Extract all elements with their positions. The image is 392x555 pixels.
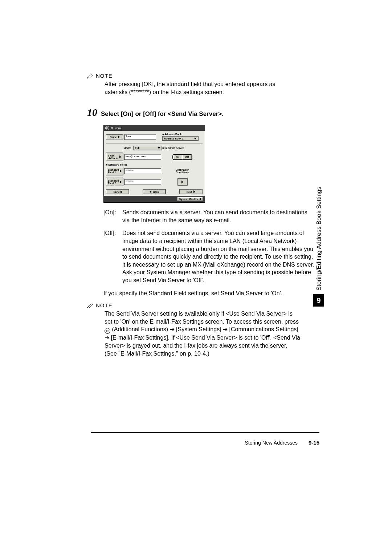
arrow-icon: ➔ <box>105 335 111 341</box>
address-book-label: ■ Address Book <box>162 133 181 135</box>
pencil-icon <box>87 73 94 78</box>
ifax-address-field[interactable]: tom@canon.com <box>124 154 161 160</box>
std-field-2[interactable]: ******** <box>124 179 161 185</box>
chevron-down-icon <box>158 147 160 149</box>
note-heading: NOTE <box>87 73 316 79</box>
standard-fields-label: ■ Standard Fields <box>106 163 127 166</box>
titlebar: ⏻ ✉ I-Fax <box>104 125 205 131</box>
chevron-left-icon <box>150 190 151 193</box>
page-footer: Storing New Addresses 9-15 <box>91 439 319 446</box>
chevron-right-icon <box>181 181 183 183</box>
send-via-server-toggle[interactable]: On Off <box>172 154 193 160</box>
page-content: NOTE After pressing [OK], the standard f… <box>91 73 316 357</box>
destination-conditions-button[interactable] <box>177 178 188 186</box>
std-field-2-button[interactable]: Standard Field 2 <box>106 178 123 186</box>
mode-select[interactable]: Full <box>133 146 162 150</box>
step-heading: 10 Select [On] or [Off] for <Send Via Se… <box>87 107 316 118</box>
chevron-down-icon <box>194 138 197 139</box>
power-icon: ⏻ <box>105 126 109 130</box>
def-off-label: [Off]: <box>103 229 122 284</box>
chevron-right-icon <box>200 198 201 200</box>
arrow-icon: ➔ <box>223 326 229 332</box>
system-monitor-button[interactable]: System Monitor <box>177 197 203 201</box>
note-text: After pressing [OK], the standard field … <box>105 80 297 96</box>
ui-screenshot: ⏻ ✉ I-Fax Name Tom ■ Address Book <box>103 125 205 203</box>
chevron-right-icon <box>119 155 121 158</box>
def-off-text: Does not send documents via a server. Yo… <box>122 229 316 284</box>
titlebar-mode-icon: ✉ <box>111 126 113 130</box>
note-label: NOTE <box>96 73 113 79</box>
screenshot-footer: System Monitor <box>104 196 205 202</box>
note2-heading: NOTE <box>87 302 316 308</box>
std-field-1-button[interactable]: Standard Field 1 <box>106 167 123 175</box>
destination-conditions-label: Destination Conditions <box>175 169 189 174</box>
note2-text: The Send Via Server setting is available… <box>105 310 301 357</box>
arrow-icon: ➔ <box>170 326 176 332</box>
cancel-button[interactable]: Cancel <box>106 189 129 194</box>
note2-label: NOTE <box>96 302 113 308</box>
side-tab: Storing/Editing Address Book Settings 9 <box>310 163 321 316</box>
definition-list: [On]: Sends documents via a server. You … <box>103 208 316 284</box>
chevron-right-icon <box>120 170 122 173</box>
def-on-label: [On]: <box>103 208 122 224</box>
step-number: 10 <box>87 107 97 118</box>
std-field-1[interactable]: ******** <box>124 168 161 174</box>
side-tab-title: Storing/Editing Address Book Settings <box>315 163 323 291</box>
back-button[interactable]: Back <box>143 189 166 194</box>
paragraph-standard-field: If you specify the Standard Field settin… <box>103 289 316 297</box>
toggle-on[interactable]: On <box>173 155 183 159</box>
mode-label: Mode: <box>123 147 131 149</box>
send-via-server-label: ■ Send Via Server <box>162 147 184 149</box>
chapter-number: 9 <box>313 294 324 307</box>
titlebar-text: I-Fax <box>115 126 121 130</box>
ifax-address-button[interactable]: I-Fax Address <box>106 153 123 161</box>
screenshot-nav: Cancel Back Next <box>106 189 203 194</box>
next-button[interactable]: Next <box>179 189 203 194</box>
name-button[interactable]: Name <box>106 134 123 139</box>
page-number: 9-15 <box>309 439 319 446</box>
screenshot-body: Name Tom ■ Address Book Address Book 1 <box>104 131 205 196</box>
toggle-off[interactable]: Off <box>182 155 192 159</box>
footer-rule <box>91 432 319 433</box>
address-book-select[interactable]: Address Book 1 <box>162 136 199 141</box>
additional-functions-icon: ⊛ <box>105 328 110 334</box>
name-field[interactable]: Tom <box>124 134 156 140</box>
screenshot-window: ⏻ ✉ I-Fax Name Tom ■ Address Book <box>103 125 205 203</box>
def-on-text: Sends documents via a server. You can se… <box>122 208 316 224</box>
chevron-right-icon <box>118 135 120 138</box>
step-title: Select [On] or [Off] for <Send Via Serve… <box>101 110 224 118</box>
chevron-right-icon <box>193 190 195 193</box>
chevron-right-icon <box>120 181 122 183</box>
pencil-icon <box>87 303 94 308</box>
footer-section: Storing New Addresses <box>245 440 298 446</box>
